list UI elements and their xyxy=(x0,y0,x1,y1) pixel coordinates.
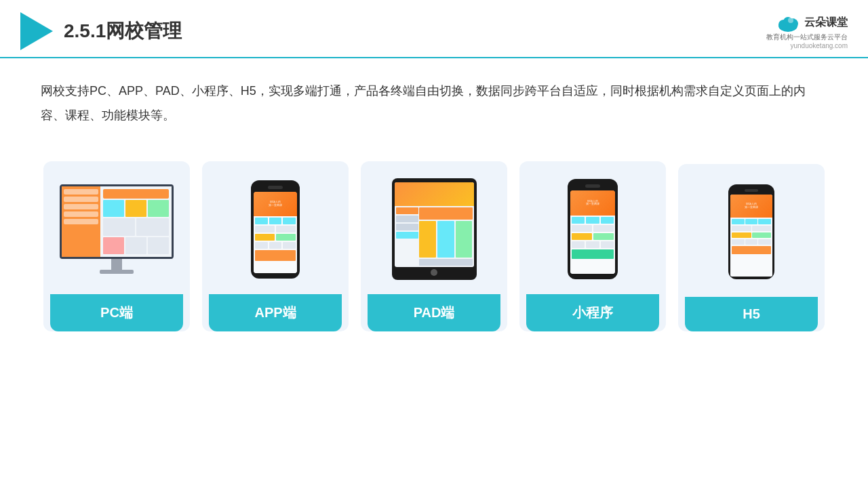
card-h5-label: H5 xyxy=(685,297,818,331)
card-pad: PAD端 xyxy=(361,161,507,331)
card-pad-label: PAD端 xyxy=(368,294,500,331)
monitor-screen xyxy=(60,184,174,259)
cards-section: PC端 职场人的第一堂网课 xyxy=(0,141,868,359)
page-title: 2.5.1网校管理 xyxy=(64,18,182,44)
phone-notch xyxy=(268,186,283,189)
header-left: 2.5.1网校管理 xyxy=(20,12,182,50)
card-miniprogram-label: 小程序 xyxy=(526,294,659,331)
card-pc-label: PC端 xyxy=(50,294,183,331)
miniprogram-phone-notch xyxy=(585,184,600,188)
h5-phone-notch xyxy=(745,189,758,192)
brand-logo-top: 云朵课堂 xyxy=(776,14,848,33)
header: 2.5.1网校管理 云朵课堂 教育机构一站式服务云平台 yunduoketang… xyxy=(0,0,868,58)
miniprogram-phone-screen: 职场人的第一堂网课 xyxy=(570,190,615,274)
card-app: 职场人的第一堂网课 xyxy=(202,161,349,331)
card-miniprogram: 职场人的第一堂网课 xyxy=(519,161,666,331)
card-pc: PC端 xyxy=(43,161,190,331)
brand-tagline: 教育机构一站式服务云平台 xyxy=(766,33,848,42)
brand-logo: 云朵课堂 教育机构一站式服务云平台 yunduoketang.com xyxy=(766,14,848,49)
card-pad-image xyxy=(370,175,498,283)
pad-tablet-icon xyxy=(392,178,477,280)
cloud-icon xyxy=(776,14,800,33)
brand-name: 云朵课堂 xyxy=(804,16,848,30)
tablet-screen xyxy=(395,182,474,267)
app-phone-icon: 职场人的第一堂网课 xyxy=(251,180,300,279)
phone-screen: 职场人的第一堂网课 xyxy=(254,192,297,273)
svg-point-4 xyxy=(788,18,793,23)
pc-monitor-icon xyxy=(60,184,174,274)
header-right: 云朵课堂 教育机构一站式服务云平台 yunduoketang.com xyxy=(766,14,848,49)
card-app-image: 职场人的第一堂网课 xyxy=(211,175,340,283)
card-h5: 职场人的第一堂网课 xyxy=(678,164,825,331)
tablet-home-button xyxy=(431,269,437,276)
card-miniprogram-image: 职场人的第一堂网课 xyxy=(528,175,657,283)
card-pc-image xyxy=(52,175,181,283)
brand-url: yunduoketang.com xyxy=(790,42,848,49)
logo-triangle-icon xyxy=(20,12,53,50)
card-app-label: APP端 xyxy=(209,294,342,331)
description-text: 网校支持PC、APP、PAD、小程序、H5，实现多端打通，产品各终端自由切换，数… xyxy=(0,58,868,134)
h5-phone-icon: 职场人的第一堂网课 xyxy=(728,184,774,279)
card-h5-image: 职场人的第一堂网课 xyxy=(687,178,816,286)
h5-phone-screen: 职场人的第一堂网课 xyxy=(730,195,772,277)
miniprogram-phone-icon: 职场人的第一堂网课 xyxy=(568,179,618,279)
